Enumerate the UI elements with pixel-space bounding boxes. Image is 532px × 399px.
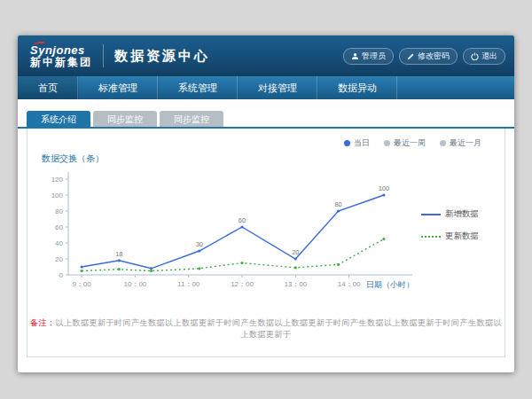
desktop-background: Synjones 新中新集团 数据资源中心 管理员 修改密码 <box>0 0 532 399</box>
svg-text:10：00: 10：00 <box>123 280 146 288</box>
range-option-today[interactable]: 当日 <box>344 137 370 149</box>
svg-text:18: 18 <box>115 250 122 258</box>
top-header: Synjones 新中新集团 数据资源中心 管理员 修改密码 <box>18 35 514 76</box>
logout-icon <box>471 52 479 60</box>
line-sample-icon <box>421 214 441 215</box>
logo-company-text: 新中新集团 <box>30 57 92 68</box>
svg-text:60: 60 <box>239 216 246 224</box>
tab-bar: 系统介绍 同步监控 同步监控 <box>18 111 514 129</box>
time-range-legend: 当日 最近一周 最近一月 <box>27 129 505 149</box>
admin-user-button[interactable]: 管理员 <box>343 48 394 65</box>
series-label: 新增数据 <box>445 208 479 220</box>
range-option-last-week[interactable]: 最近一周 <box>384 137 426 149</box>
nav-item-interface-mgmt[interactable]: 对接管理 <box>238 76 317 99</box>
svg-text:100: 100 <box>51 192 64 200</box>
legend-item-new-data[interactable]: 新增数据 <box>421 208 479 220</box>
tab-gap <box>18 99 514 111</box>
svg-text:120: 120 <box>51 176 64 184</box>
logout-label: 退出 <box>481 51 497 62</box>
tab-system-intro[interactable]: 系统介绍 <box>27 111 90 127</box>
footnote-prefix: 备注： <box>30 318 56 327</box>
svg-text:14：00: 14：00 <box>338 280 361 288</box>
tab-sync-monitor-2[interactable]: 同步监控 <box>160 111 223 127</box>
app-window: Synjones 新中新集团 数据资源中心 管理员 修改密码 <box>18 35 514 372</box>
svg-text:60: 60 <box>55 223 63 231</box>
svg-text:20: 20 <box>292 248 299 256</box>
range-option-label: 最近一周 <box>394 137 426 149</box>
series-legend: 新增数据 更新数据 <box>421 208 479 242</box>
line-sample-icon <box>421 236 441 238</box>
svg-text:20: 20 <box>55 255 63 263</box>
range-option-label: 最近一月 <box>450 137 481 149</box>
change-password-button[interactable]: 修改密码 <box>399 48 458 65</box>
svg-text:80: 80 <box>55 207 63 215</box>
nav-item-standard-mgmt[interactable]: 标准管理 <box>78 76 158 99</box>
svg-text:12：00: 12：00 <box>231 280 254 288</box>
radio-dot-icon <box>440 140 446 146</box>
svg-text:100: 100 <box>379 184 390 192</box>
svg-text:80: 80 <box>334 200 341 208</box>
range-option-last-month[interactable]: 最近一月 <box>440 137 481 149</box>
nav-item-data-change[interactable]: 数据异动 <box>317 76 397 99</box>
range-option-label: 当日 <box>354 137 370 149</box>
radio-dot-icon <box>344 140 350 146</box>
footnote-text: 以上数据更新于时间产生数据以上数据更新于时间产生数据以上数据更新于时间产生数据以… <box>56 318 503 339</box>
admin-user-label: 管理员 <box>362 51 386 62</box>
legend-item-updated-data[interactable]: 更新数据 <box>421 231 479 242</box>
series-label: 更新数据 <box>445 231 479 242</box>
edit-icon <box>407 52 415 60</box>
svg-text:30: 30 <box>196 240 203 248</box>
nav-item-system-mgmt[interactable]: 系统管理 <box>158 76 238 99</box>
header-divider <box>103 44 104 67</box>
user-actions: 管理员 修改密码 退出 <box>343 48 505 65</box>
svg-text:9：00: 9：00 <box>72 280 91 288</box>
content-panel: 当日 最近一周 最近一月 数据交换（条） 0204060801001209：00… <box>27 129 505 357</box>
svg-text:日期（小时）: 日期（小时） <box>366 280 414 289</box>
user-icon <box>351 52 359 60</box>
nav-item-home[interactable]: 首页 <box>18 76 78 99</box>
radio-dot-icon <box>384 140 390 146</box>
chart-y-axis-title: 数据交换（条） <box>42 153 505 165</box>
footnote: 备注：以上数据更新于时间产生数据以上数据更新于时间产生数据以上数据更新于时间产生… <box>27 317 505 340</box>
svg-text:0: 0 <box>59 271 64 279</box>
app-title: 数据资源中心 <box>114 48 210 65</box>
svg-text:11：00: 11：00 <box>177 280 200 288</box>
change-password-label: 修改密码 <box>418 51 450 62</box>
logout-button[interactable]: 退出 <box>463 48 505 65</box>
svg-text:40: 40 <box>55 239 63 247</box>
svg-text:13：00: 13：00 <box>284 280 307 288</box>
line-chart: 0204060801001209：0010：0011：0012：0013：001… <box>36 165 418 298</box>
chart-area: 0204060801001209：0010：0011：0012：0013：001… <box>27 165 505 298</box>
tab-sync-monitor-1[interactable]: 同步监控 <box>93 111 157 127</box>
company-logo: Synjones 新中新集团 <box>27 44 92 67</box>
main-nav: 首页 标准管理 系统管理 对接管理 数据异动 <box>18 76 514 99</box>
